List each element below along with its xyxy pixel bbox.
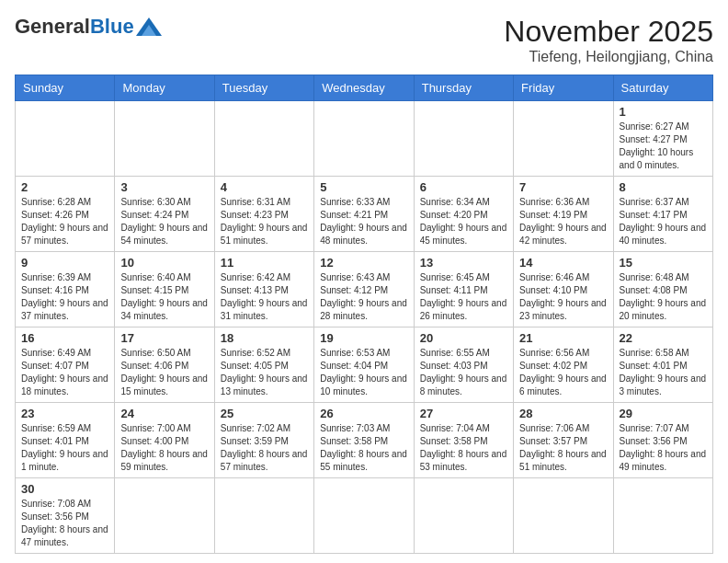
calendar-cell (214, 478, 313, 554)
calendar-cell: 27Sunrise: 7:04 AM Sunset: 3:58 PM Dayli… (414, 403, 513, 478)
calendar-week-4: 23Sunrise: 6:59 AM Sunset: 4:01 PM Dayli… (16, 403, 713, 478)
day-number: 16 (21, 331, 108, 345)
day-info: Sunrise: 6:39 AM Sunset: 4:16 PM Dayligh… (21, 271, 108, 323)
calendar-cell: 22Sunrise: 6:58 AM Sunset: 4:01 PM Dayli… (613, 327, 712, 403)
calendar-cell (514, 101, 613, 177)
day-info: Sunrise: 6:34 AM Sunset: 4:20 PM Dayligh… (420, 196, 507, 247)
day-info: Sunrise: 6:56 AM Sunset: 4:02 PM Dayligh… (519, 347, 607, 398)
calendar-cell: 1Sunrise: 6:27 AM Sunset: 4:27 PM Daylig… (613, 101, 712, 177)
day-number: 14 (519, 256, 607, 270)
calendar-cell (115, 101, 214, 177)
day-info: Sunrise: 6:58 AM Sunset: 4:01 PM Dayligh… (620, 347, 707, 398)
location-title: Tiefeng, Heilongjiang, China (504, 49, 713, 65)
logo: General Blue (15, 15, 162, 39)
calendar-cell: 26Sunrise: 7:03 AM Sunset: 3:58 PM Dayli… (314, 403, 414, 478)
calendar-cell (115, 478, 214, 554)
day-number: 7 (519, 180, 607, 194)
calendar-cell (314, 101, 414, 177)
calendar-table: SundayMondayTuesdayWednesdayThursdayFrid… (15, 75, 713, 554)
page-header: General Blue November 2025 Tiefeng, Heil… (15, 15, 713, 65)
day-info: Sunrise: 6:46 AM Sunset: 4:10 PM Dayligh… (519, 271, 607, 323)
calendar-week-2: 9Sunrise: 6:39 AM Sunset: 4:16 PM Daylig… (16, 252, 713, 327)
calendar-cell: 20Sunrise: 6:55 AM Sunset: 4:03 PM Dayli… (414, 327, 513, 403)
calendar-week-5: 30Sunrise: 7:08 AM Sunset: 3:56 PM Dayli… (16, 478, 713, 554)
day-info: Sunrise: 7:06 AM Sunset: 3:57 PM Dayligh… (519, 422, 607, 474)
day-info: Sunrise: 6:43 AM Sunset: 4:12 PM Dayligh… (320, 271, 407, 323)
calendar-cell (314, 478, 414, 554)
calendar-week-3: 16Sunrise: 6:49 AM Sunset: 4:07 PM Dayli… (16, 327, 713, 403)
day-number: 6 (420, 180, 507, 194)
day-info: Sunrise: 6:48 AM Sunset: 4:08 PM Dayligh… (620, 271, 707, 323)
day-info: Sunrise: 6:36 AM Sunset: 4:19 PM Dayligh… (519, 196, 607, 247)
logo-icon (136, 17, 162, 36)
calendar-cell: 21Sunrise: 6:56 AM Sunset: 4:02 PM Dayli… (514, 327, 613, 403)
day-info: Sunrise: 6:30 AM Sunset: 4:24 PM Dayligh… (120, 196, 208, 247)
calendar-cell: 3Sunrise: 6:30 AM Sunset: 4:24 PM Daylig… (115, 177, 214, 252)
calendar-cell: 5Sunrise: 6:33 AM Sunset: 4:21 PM Daylig… (314, 177, 414, 252)
day-number: 22 (620, 331, 707, 345)
day-number: 29 (620, 407, 707, 420)
day-number: 24 (120, 407, 208, 420)
day-number: 1 (620, 105, 707, 119)
weekday-header-friday: Friday (514, 75, 613, 101)
day-info: Sunrise: 7:07 AM Sunset: 3:56 PM Dayligh… (620, 422, 707, 474)
calendar-cell: 16Sunrise: 6:49 AM Sunset: 4:07 PM Dayli… (16, 327, 115, 403)
weekday-header-wednesday: Wednesday (314, 75, 414, 101)
day-number: 19 (320, 331, 407, 345)
day-number: 5 (320, 180, 407, 194)
title-area: November 2025 Tiefeng, Heilongjiang, Chi… (504, 15, 713, 65)
day-info: Sunrise: 6:50 AM Sunset: 4:06 PM Dayligh… (120, 347, 208, 398)
weekday-header-row: SundayMondayTuesdayWednesdayThursdayFrid… (16, 75, 713, 101)
month-title: November 2025 (504, 15, 713, 49)
day-info: Sunrise: 7:08 AM Sunset: 3:56 PM Dayligh… (21, 498, 108, 549)
calendar-cell: 2Sunrise: 6:28 AM Sunset: 4:26 PM Daylig… (16, 177, 115, 252)
calendar-cell: 7Sunrise: 6:36 AM Sunset: 4:19 PM Daylig… (514, 177, 613, 252)
calendar-cell (514, 478, 613, 554)
weekday-header-thursday: Thursday (414, 75, 513, 101)
day-info: Sunrise: 7:03 AM Sunset: 3:58 PM Dayligh… (320, 422, 407, 474)
day-number: 3 (120, 180, 208, 194)
calendar-cell: 4Sunrise: 6:31 AM Sunset: 4:23 PM Daylig… (214, 177, 313, 252)
day-info: Sunrise: 6:27 AM Sunset: 4:27 PM Dayligh… (620, 121, 707, 172)
calendar-cell: 8Sunrise: 6:37 AM Sunset: 4:17 PM Daylig… (613, 177, 712, 252)
weekday-header-sunday: Sunday (16, 75, 115, 101)
day-info: Sunrise: 6:33 AM Sunset: 4:21 PM Dayligh… (320, 196, 407, 247)
day-info: Sunrise: 6:49 AM Sunset: 4:07 PM Dayligh… (21, 347, 108, 398)
calendar-cell: 19Sunrise: 6:53 AM Sunset: 4:04 PM Dayli… (314, 327, 414, 403)
day-info: Sunrise: 6:42 AM Sunset: 4:13 PM Dayligh… (221, 271, 308, 323)
day-info: Sunrise: 6:52 AM Sunset: 4:05 PM Dayligh… (221, 347, 308, 398)
day-info: Sunrise: 7:00 AM Sunset: 4:00 PM Dayligh… (120, 422, 208, 474)
day-number: 21 (519, 331, 607, 345)
day-number: 23 (21, 407, 108, 420)
calendar-week-0: 1Sunrise: 6:27 AM Sunset: 4:27 PM Daylig… (16, 101, 713, 177)
calendar-cell: 11Sunrise: 6:42 AM Sunset: 4:13 PM Dayli… (214, 252, 313, 327)
weekday-header-tuesday: Tuesday (214, 75, 313, 101)
calendar-cell (414, 478, 513, 554)
day-info: Sunrise: 6:28 AM Sunset: 4:26 PM Dayligh… (21, 196, 108, 247)
calendar-cell (214, 101, 313, 177)
logo-general-text: General (15, 15, 90, 39)
logo-blue-text: Blue (90, 15, 134, 39)
day-number: 30 (21, 482, 108, 496)
day-number: 18 (221, 331, 308, 345)
day-info: Sunrise: 6:37 AM Sunset: 4:17 PM Dayligh… (620, 196, 707, 247)
calendar-cell (16, 101, 115, 177)
day-number: 12 (320, 256, 407, 270)
day-info: Sunrise: 6:53 AM Sunset: 4:04 PM Dayligh… (320, 347, 407, 398)
day-info: Sunrise: 6:59 AM Sunset: 4:01 PM Dayligh… (21, 422, 108, 474)
calendar-cell: 14Sunrise: 6:46 AM Sunset: 4:10 PM Dayli… (514, 252, 613, 327)
calendar-cell: 28Sunrise: 7:06 AM Sunset: 3:57 PM Dayli… (514, 403, 613, 478)
day-number: 8 (620, 180, 707, 194)
calendar-cell: 13Sunrise: 6:45 AM Sunset: 4:11 PM Dayli… (414, 252, 513, 327)
calendar-cell: 24Sunrise: 7:00 AM Sunset: 4:00 PM Dayli… (115, 403, 214, 478)
calendar-cell: 6Sunrise: 6:34 AM Sunset: 4:20 PM Daylig… (414, 177, 513, 252)
calendar-cell: 23Sunrise: 6:59 AM Sunset: 4:01 PM Dayli… (16, 403, 115, 478)
day-number: 17 (120, 331, 208, 345)
calendar-cell: 29Sunrise: 7:07 AM Sunset: 3:56 PM Dayli… (613, 403, 712, 478)
day-number: 10 (120, 256, 208, 270)
calendar-cell: 10Sunrise: 6:40 AM Sunset: 4:15 PM Dayli… (115, 252, 214, 327)
day-info: Sunrise: 6:55 AM Sunset: 4:03 PM Dayligh… (420, 347, 507, 398)
calendar-cell (613, 478, 712, 554)
day-info: Sunrise: 7:02 AM Sunset: 3:59 PM Dayligh… (221, 422, 308, 474)
calendar-cell: 30Sunrise: 7:08 AM Sunset: 3:56 PM Dayli… (16, 478, 115, 554)
